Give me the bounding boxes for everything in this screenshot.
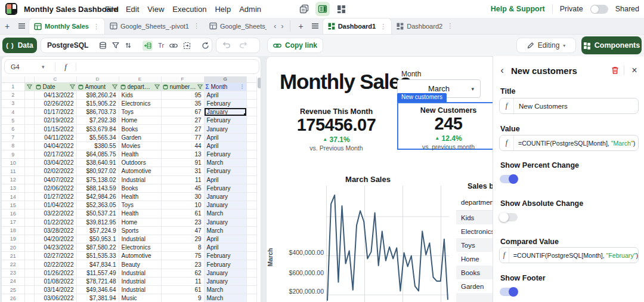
add-sheet-button[interactable]: + xyxy=(0,18,14,34)
cell[interactable] xyxy=(24,226,34,235)
cell[interactable] xyxy=(24,133,34,141)
menu-admin[interactable]: Admin xyxy=(239,5,261,14)
database-icon[interactable] xyxy=(99,42,107,50)
column-header[interactable] xyxy=(24,76,34,82)
sheet-view-icon[interactable] xyxy=(297,2,311,16)
cell[interactable] xyxy=(24,294,34,302)
cell-date[interactable]: 03/06/2022 xyxy=(34,294,76,302)
row-number[interactable]: 11 xyxy=(2,167,24,175)
cell-number[interactable]: 29 xyxy=(161,235,204,243)
share-toggle[interactable] xyxy=(590,5,608,14)
cell-department[interactable]: Industrial xyxy=(119,235,161,243)
cell-date[interactable]: 02/19/2022 xyxy=(34,116,76,125)
cell-reference-box[interactable]: G4 xyxy=(5,63,42,70)
cell-number[interactable]: 23 xyxy=(161,218,204,226)
editing-mode-dropdown[interactable]: Editing ▾ xyxy=(516,38,576,53)
cell[interactable] xyxy=(246,184,256,192)
cell-department[interactable]: Industrial xyxy=(119,175,161,184)
table-header-month[interactable]: ΣMonth⋮ xyxy=(204,82,246,91)
cell[interactable] xyxy=(246,175,256,184)
add-dashboard-button[interactable]: + xyxy=(294,18,308,34)
column-header-D[interactable]: D xyxy=(76,76,119,82)
cell[interactable] xyxy=(246,159,256,167)
cell-number[interactable]: 11 xyxy=(161,175,204,184)
cell-amount[interactable]: $75,138.02 xyxy=(76,175,119,184)
cell[interactable] xyxy=(24,218,34,226)
cell-number[interactable]: 10 xyxy=(161,201,204,209)
cell-department[interactable]: Home xyxy=(119,116,161,125)
cell[interactable] xyxy=(24,141,34,150)
row-number[interactable]: 18 xyxy=(2,226,24,235)
table-header-number[interactable]: number… xyxy=(161,82,204,91)
cell[interactable] xyxy=(24,167,34,175)
cell-department[interactable]: Industrial xyxy=(119,269,161,277)
table-header-amount[interactable]: Amount xyxy=(76,82,119,91)
row-number[interactable]: 6 xyxy=(2,125,24,133)
cell[interactable] xyxy=(246,252,256,260)
cell[interactable] xyxy=(246,226,256,235)
cell-department[interactable]: Books xyxy=(119,184,161,192)
column-header[interactable] xyxy=(246,76,256,82)
row-number[interactable]: 21 xyxy=(2,252,24,260)
cell-amount[interactable]: $80,927.02 xyxy=(76,167,119,175)
cell-month[interactable]: January xyxy=(204,269,246,277)
cell[interactable] xyxy=(24,150,34,159)
cell-number[interactable]: 44 xyxy=(161,141,204,150)
cell[interactable] xyxy=(24,260,34,269)
cell[interactable] xyxy=(246,209,256,218)
kpi-new-customers-widget[interactable]: New Customers 245 ▲ 12.4% vs. previous m… xyxy=(397,102,500,150)
cell[interactable] xyxy=(246,133,256,141)
cell-month[interactable]: March xyxy=(204,226,246,235)
cell-date[interactable]: 02/06/2022 xyxy=(34,184,76,192)
row-number[interactable]: 7 xyxy=(2,133,24,141)
cell-date[interactable]: 02/02/2022 xyxy=(34,167,76,175)
tabs-scroll-right-icon[interactable]: › xyxy=(278,18,286,34)
tab-menu-icon[interactable]: ⋮ xyxy=(192,22,200,30)
row-number[interactable]: 5 xyxy=(2,116,24,125)
cell-department[interactable]: Automotive xyxy=(119,252,161,260)
row-number[interactable]: 19 xyxy=(2,235,24,243)
insert-table-icon[interactable] xyxy=(143,41,153,51)
cell-number[interactable]: 8 xyxy=(161,244,204,252)
column-header[interactable] xyxy=(2,76,24,82)
cell-amount[interactable]: $50,537.21 xyxy=(76,209,119,218)
cell-month[interactable]: March xyxy=(204,209,246,218)
column-header-G[interactable]: G xyxy=(204,76,246,82)
cell-department[interactable]: Kids xyxy=(119,91,161,99)
column-header-E[interactable]: E xyxy=(119,76,161,82)
sheet-grid[interactable]: CDEFG1DateAmountdepart…number…ΣMonth⋮204… xyxy=(2,76,256,302)
cell-amount[interactable]: $39,812.95 xyxy=(76,218,119,226)
row-number[interactable]: 22 xyxy=(2,260,24,269)
cell-department[interactable]: Home xyxy=(119,218,161,226)
cell-month[interactable]: January xyxy=(204,201,246,209)
row-number[interactable]: 1 xyxy=(2,82,24,91)
cell[interactable] xyxy=(24,192,34,201)
cell-amount[interactable]: $11,557.49 xyxy=(76,269,119,277)
cell-amount[interactable]: $42,984.26 xyxy=(76,192,119,201)
cell[interactable] xyxy=(24,244,34,252)
table-header-cell[interactable] xyxy=(24,82,34,91)
cell-month[interactable]: January xyxy=(204,218,246,226)
selected-cell[interactable]: January xyxy=(204,108,246,116)
cell-date[interactable]: 01/17/2022 xyxy=(34,108,76,116)
chevron-down-icon[interactable]: ▾ xyxy=(42,64,55,70)
cell[interactable] xyxy=(24,91,34,99)
table-header-date[interactable]: Date xyxy=(34,82,76,91)
source-table-label[interactable]: PostgreSQL xyxy=(47,41,88,50)
cell[interactable] xyxy=(246,235,256,243)
menu-view[interactable]: View xyxy=(147,5,164,14)
tabs-scroll-left-icon[interactable]: ‹ xyxy=(271,18,278,34)
value-field-input[interactable]: f =COUNTIF(PostgreSQL[Month], "March") xyxy=(499,135,639,151)
cell-amount[interactable]: $7,381.94 xyxy=(76,294,119,302)
cell[interactable] xyxy=(24,184,34,192)
tab-menu-icon[interactable]: ⋮ xyxy=(379,23,386,30)
text-format-icon[interactable]: Tr xyxy=(158,42,164,49)
scrollbar-thumb[interactable] xyxy=(258,78,261,88)
cell[interactable] xyxy=(246,294,256,302)
cell[interactable] xyxy=(24,286,34,294)
cell[interactable] xyxy=(246,201,256,209)
cell-month[interactable]: April xyxy=(204,133,246,141)
cell-amount[interactable]: $57,224.9 xyxy=(76,226,119,235)
components-button[interactable]: Components xyxy=(581,36,642,54)
cell-amount[interactable]: $47,834.1 xyxy=(76,260,119,269)
